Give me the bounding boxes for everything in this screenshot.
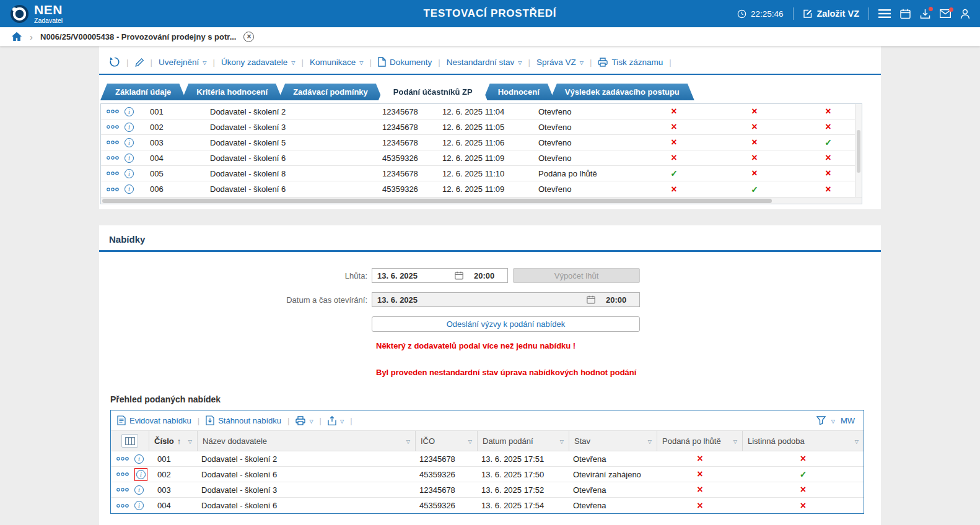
downloads-button[interactable] [920,9,930,19]
edit-record-button[interactable] [135,58,144,67]
create-vz-button[interactable]: Založit VZ [803,9,859,19]
stahnout-nabidku-button[interactable]: Stáhnout nabídku [206,415,281,425]
tab-zakladni-udaje[interactable]: Základní údaje [100,84,186,100]
filter-dropdown-icon[interactable] [188,436,192,446]
participant-row[interactable]: i006Dodavatel - školení 64535932612. 6. … [101,181,862,197]
home-button[interactable] [11,32,22,41]
toolbar-link-dokumenty[interactable]: Dokumenty [378,57,432,67]
filter-dropdown-icon[interactable] [855,436,859,446]
offer-row[interactable]: i001Dodavatel - školení 21234567813. 6. … [111,451,864,467]
row-menu-icon[interactable] [107,125,119,129]
scrollbar-thumb[interactable] [102,199,772,203]
lhuta-time-value[interactable]: 20:00 [466,271,507,280]
participant-row[interactable]: i002Dodavatel - školení 31234567812. 6. … [101,119,862,135]
horizontal-scrollbar[interactable] [101,197,862,204]
messages-button[interactable] [940,9,951,18]
filter-dropdown-icon[interactable] [648,436,652,446]
close-record-button[interactable]: × [243,32,254,42]
row-menu-icon[interactable] [116,457,129,461]
filter-dropdown-icon[interactable] [406,436,410,446]
row-menu-icon[interactable] [107,156,119,160]
calendar-button[interactable] [900,9,911,19]
column-header-nazev-dodavatele[interactable]: Název dodavatele [198,431,416,451]
toolbar-link-komunikace[interactable]: Komunikace [310,58,363,67]
participant-row[interactable]: i004Dodavatel - školení 64535932612. 6. … [101,150,862,166]
filter-dropdown-icon[interactable] [468,436,472,446]
send-request-button[interactable]: Odeslání výzvy k podání nabídek [372,316,640,332]
column-header-cislo[interactable]: Číslo [149,431,198,451]
row-info-icon[interactable]: i [125,107,134,116]
column-settings-button[interactable] [121,434,138,448]
row-info-icon[interactable]: i [125,169,134,178]
row-info-icon[interactable]: i [136,470,146,479]
toolbar-link-nestandardni-stav[interactable]: Nestandardní stav [447,58,522,67]
row-menu-icon[interactable] [107,188,119,191]
tab-kriteria-hodnoceni[interactable]: Kritéria hodnocení [182,84,282,100]
tab-vysledek-zadavaciho-postupu[interactable]: Výsledek zadávacího postupu [550,84,694,100]
column-header-datum-podani[interactable]: Datum podání [478,431,569,451]
participant-row[interactable]: i001Dodavatel - školení 21234567812. 6. … [101,104,862,119]
row-menu-icon[interactable] [116,488,129,492]
row-menu-icon[interactable] [116,472,129,476]
column-header-listinna-podoba[interactable]: Listinná podoba [743,431,864,451]
row-info-icon[interactable]: i [134,454,144,464]
tab-podani-ucastniku-zp[interactable]: Podání účastníků ZP [378,84,488,100]
export-table-button[interactable] [328,416,344,425]
lhuta-field[interactable]: 13. 6. 2025 20:00 [372,268,508,283]
tab-hodnoceni[interactable]: Hodnocení [483,84,554,100]
history-button[interactable] [109,56,120,67]
filter-dropdown-icon[interactable] [560,436,564,446]
row-info-icon[interactable]: i [125,138,134,147]
cell-flag-2: ✓ [714,185,795,194]
offer-row[interactable]: i002Dodavatel - školení 64535932613. 6. … [111,467,864,482]
cell-dodavatel: Dodavatel - školení 6 [198,470,416,479]
row-info-icon[interactable]: i [125,154,134,163]
toolbar-link-ukony-zadavatele[interactable]: Úkony zadavatele [221,58,295,67]
row-info-icon[interactable]: i [125,123,134,132]
filter-dropdown-icon[interactable] [733,436,737,446]
record-toolbar: | | Uveřejnění|Úkony zadavatele|Komunika… [99,53,881,71]
vertical-scrollbar[interactable] [855,104,862,197]
x-icon: × [671,153,676,163]
view-dropdown-icon[interactable] [831,416,835,425]
participant-row[interactable]: i005Dodavatel - školení 81234567812. 6. … [101,166,862,181]
scrollbar-thumb[interactable] [857,130,860,173]
row-menu-icon[interactable] [107,110,119,113]
breadcrumb-record[interactable]: N006/25/V00005438 - Provozování prodejny… [40,32,236,41]
row-menu-icon[interactable] [107,141,119,144]
cell-stav: Otevřeno [535,154,634,163]
row-info-icon[interactable]: i [125,184,134,194]
toolbar-link-tisk-zaznamu[interactable]: Tisk záznamu [598,58,663,67]
calendar-icon[interactable] [584,295,598,304]
column-header-podana-po-lhute[interactable]: Podaná po lhůtě [657,431,743,451]
vypocet-lhut-button[interactable]: Výpočet lhůt [513,268,640,283]
cell-datum: 12. 6. 2025 11:05 [439,123,535,132]
offer-row[interactable]: i003Dodavatel - školení 31234567813. 6. … [111,482,864,498]
x-icon: × [825,168,831,178]
row-info-icon[interactable]: i [134,501,144,510]
filter-button[interactable] [816,416,826,425]
evidovat-nabidku-button[interactable]: Evidovat nabídku [117,415,191,425]
row-menu-icon[interactable] [107,171,119,175]
participant-row[interactable]: i003Dodavatel - školení 51234567812. 6. … [101,135,862,150]
oteviranni-date-value[interactable]: 13. 6. 2025 [372,295,584,305]
lhuta-date-value[interactable]: 13. 6. 2025 [372,271,452,280]
print-table-button[interactable] [295,416,313,425]
calendar-icon[interactable] [452,271,466,280]
oteviranni-field[interactable]: 13. 6. 2025 20:00 [372,292,640,307]
x-icon: × [671,137,676,147]
view-mw-button[interactable]: MW [841,416,855,425]
row-info-icon[interactable]: i [134,485,144,495]
brand[interactable]: NEN Zadavatel [10,3,63,24]
offer-row[interactable]: i004Dodavatel - školení 64535932613. 6. … [111,498,864,513]
profile-button[interactable] [960,9,970,19]
tab-zadavaci-podminky[interactable]: Zadávací podmínky [278,84,383,100]
menu-button[interactable] [878,9,891,19]
column-header-stav[interactable]: Stav [569,431,657,451]
lhuta-label: Lhůta: [99,271,372,280]
column-header-ico[interactable]: IČO [416,431,478,451]
row-menu-icon[interactable] [116,504,129,508]
toolbar-link-sprava-vz[interactable]: Správa VZ [536,58,584,67]
toolbar-link-uverejneni[interactable]: Uveřejnění [159,58,206,67]
oteviranni-time-value[interactable]: 20:00 [598,295,639,305]
